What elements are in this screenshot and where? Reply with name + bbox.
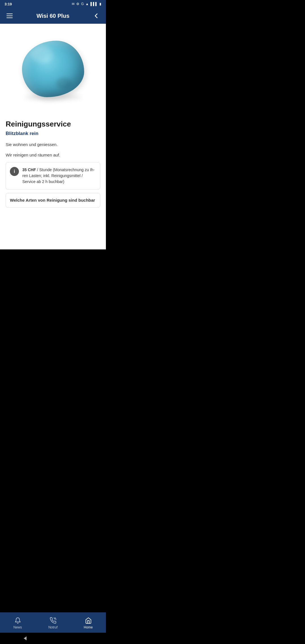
hamburger-line-3 [6, 18, 13, 18]
mail-icon: ✉ [72, 2, 75, 6]
status-time: 3:19 [5, 2, 12, 6]
product-image-container [0, 24, 106, 114]
hamburger-line-2 [6, 16, 13, 16]
description-line-1: Sie wohnen und geniessen. [6, 142, 100, 148]
cloth-shape [22, 41, 84, 97]
info-box-text: 35 CHF / Stunde (Monatsrechnung zu Ih-re… [22, 167, 96, 185]
description-line-2: Wir reinigen und räumen auf. [6, 152, 100, 158]
hamburger-line-1 [6, 14, 13, 14]
cloth-shadow [25, 94, 81, 100]
product-subtitle: Blitzblank rein [6, 131, 100, 136]
status-icons: ✉ ⚙ G ▲ ▌▌▌ ▮ [72, 2, 101, 6]
wifi-icon: ▲ [86, 2, 89, 6]
battery-icon: ▮ [99, 2, 101, 6]
status-bar: 3:19 ✉ ⚙ G ▲ ▌▌▌ ▮ [0, 0, 106, 8]
more-section-title: Welche Arten von Reinigung sind buchbar [10, 198, 95, 203]
info-box: i 35 CHF / Stunde (Monatsrechnung zu Ih-… [6, 162, 100, 190]
product-image [16, 32, 90, 106]
signal-icon: ▌▌▌ [90, 2, 98, 6]
settings-icon: ⚙ [76, 2, 79, 6]
info-icon: i [10, 167, 19, 176]
back-button[interactable] [91, 11, 101, 21]
product-description: Sie wohnen und geniessen. Wir reinigen u… [6, 142, 100, 158]
back-arrow-icon [93, 13, 99, 19]
price-text: 35 CHF [22, 167, 36, 172]
app-header: Wisi 60 Plus [0, 8, 106, 24]
product-title: Reinigungsservice [6, 120, 100, 129]
google-icon: G [81, 2, 84, 6]
page-title: Wisi 60 Plus [15, 13, 91, 19]
content-area: Reinigungsservice Blitzblank rein Sie wo… [0, 114, 106, 213]
more-section[interactable]: Welche Arten von Reinigung sind buchbar [6, 193, 100, 208]
menu-button[interactable] [5, 11, 15, 21]
